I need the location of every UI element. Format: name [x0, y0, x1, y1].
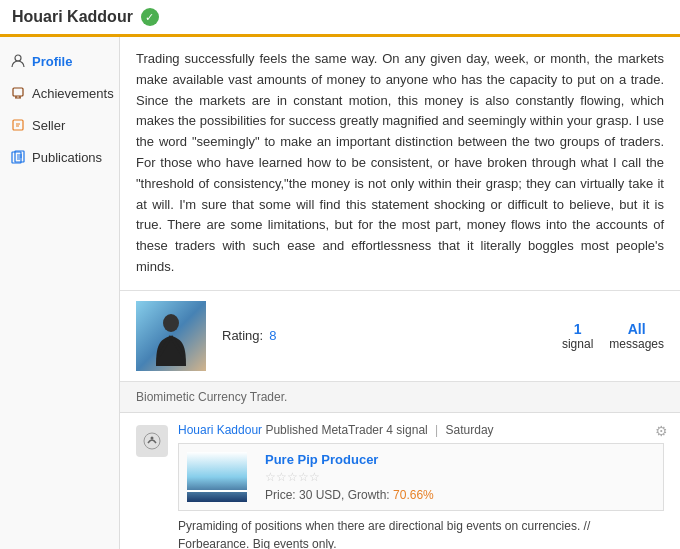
- signal-product-card: Pure Pip Producer ☆☆☆☆☆ Price: 30 USD, G…: [178, 443, 664, 511]
- sidebar-profile-label: Profile: [32, 54, 72, 69]
- feed-action-1: Published MetaTrader 4 signal: [265, 423, 427, 437]
- signal-product-details: Pure Pip Producer ☆☆☆☆☆ Price: 30 USD, G…: [265, 452, 655, 502]
- main-content: Trading successfully feels the same way.…: [120, 37, 680, 549]
- stars-rating: ☆☆☆☆☆: [265, 470, 655, 484]
- article-section: Trading successfully feels the same way.…: [120, 37, 680, 291]
- svg-point-5: [163, 314, 179, 332]
- all-label: All: [628, 321, 646, 337]
- sidebar-seller-label: Seller: [32, 118, 65, 133]
- signal-label: signal: [562, 337, 593, 351]
- feed-separator-1: |: [435, 423, 438, 437]
- username: Houari Kaddour: [12, 8, 133, 26]
- page-header: Houari Kaddour ✓: [0, 0, 680, 37]
- seller-icon: [10, 117, 26, 133]
- feed-user-link-1[interactable]: Houari Kaddour: [178, 423, 262, 437]
- achievements-icon: [10, 85, 26, 101]
- svg-rect-1: [13, 88, 23, 96]
- feed-item-1-header: Houari Kaddour Published MetaTrader 4 si…: [136, 423, 664, 549]
- sidebar-item-achievements[interactable]: Achievements: [0, 77, 119, 109]
- sidebar-achievements-label: Achievements: [32, 86, 114, 101]
- sidebar-publications-label: Publications: [32, 150, 102, 165]
- signal-thumbnail: [187, 452, 247, 502]
- profile-icon: [10, 53, 26, 69]
- sidebar-item-publications[interactable]: Publications: [0, 141, 119, 173]
- publications-icon: [10, 149, 26, 165]
- profile-image: [136, 301, 206, 371]
- svg-rect-2: [13, 120, 23, 130]
- feed-header-text: Biomimetic Currency Trader.: [136, 390, 287, 404]
- sidebar: Profile Achievements Sel: [0, 37, 120, 549]
- sidebar-item-profile[interactable]: Profile: [0, 45, 119, 77]
- growth-value: 70.66%: [393, 488, 434, 502]
- signal-description: Pyramiding of positions when there are d…: [178, 517, 664, 549]
- all-sublabel: messages: [609, 337, 664, 351]
- signal-section: 1 signal All messages: [562, 321, 664, 351]
- rating-value[interactable]: 8: [269, 328, 276, 343]
- article-text: Trading successfully feels the same way.…: [136, 49, 664, 278]
- all-messages-item[interactable]: All messages: [609, 321, 664, 351]
- verified-icon: ✓: [141, 8, 159, 26]
- signal-product-name[interactable]: Pure Pip Producer: [265, 452, 655, 467]
- desc-line1: Pyramiding of positions when there are d…: [178, 519, 590, 549]
- signal-price: Price: 30 USD, Growth: 70.66%: [265, 488, 655, 502]
- rating-section: Rating: 8: [222, 328, 546, 343]
- svg-point-7: [151, 436, 154, 439]
- svg-point-0: [15, 55, 21, 61]
- signal-count-item[interactable]: 1 signal: [562, 321, 593, 351]
- feed-item-1-icon: [136, 425, 168, 457]
- feed-item-1-title: Houari Kaddour Published MetaTrader 4 si…: [178, 423, 664, 437]
- signal-count: 1: [574, 321, 582, 337]
- feed-date-1: Saturday: [446, 423, 494, 437]
- profile-card: Rating: 8 1 signal All messages: [120, 291, 680, 382]
- feed-header: Biomimetic Currency Trader.: [120, 382, 680, 413]
- feed-item-1-meta: Houari Kaddour Published MetaTrader 4 si…: [178, 423, 664, 549]
- feed-section: Biomimetic Currency Trader. ⚙: [120, 382, 680, 549]
- svg-point-6: [144, 433, 160, 449]
- rating-label: Rating:: [222, 328, 263, 343]
- price-label: Price: 30 USD, Growth:: [265, 488, 390, 502]
- feed-item-1: ⚙ Houari Kaddour Publ: [120, 413, 680, 549]
- gear-icon[interactable]: ⚙: [655, 423, 668, 439]
- sidebar-item-seller[interactable]: Seller: [0, 109, 119, 141]
